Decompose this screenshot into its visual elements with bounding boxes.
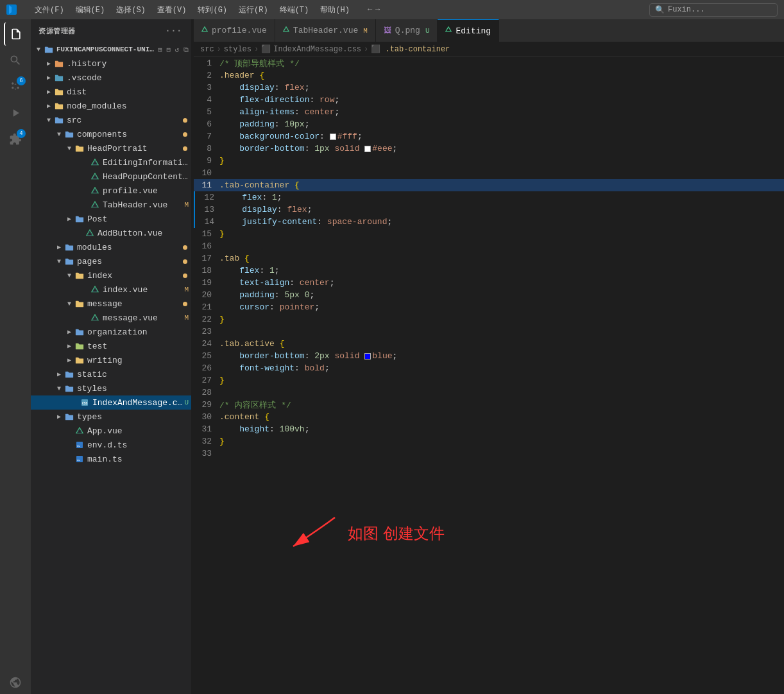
- forward-arrow[interactable]: →: [375, 5, 380, 14]
- tree-item-message-vue[interactable]: ▶ message.vue M: [31, 311, 191, 325]
- tree-item-dist[interactable]: ▶ dist: [31, 85, 191, 99]
- activity-explorer[interactable]: [4, 22, 27, 46]
- tree-item-editinginfo[interactable]: ▶ EditingInformation.vue: [31, 155, 191, 169]
- code-line-13: 13 display: flex;: [194, 204, 784, 216]
- tree-item-addbutton[interactable]: ▶ AddButton.vue: [31, 226, 191, 240]
- menu-edit[interactable]: 编辑(E): [71, 3, 110, 17]
- line-num-30: 30: [194, 412, 219, 422]
- tree-item-organization[interactable]: ▶ organization: [31, 325, 191, 339]
- breadcrumb-selector[interactable]: ⬛ .tab-container: [371, 44, 450, 54]
- tab-tabheader[interactable]: TabHeader.vue M: [275, 19, 376, 42]
- line-content-11: .tab-container {: [219, 180, 771, 190]
- tab-profile[interactable]: profile.vue: [194, 19, 275, 42]
- menu-run[interactable]: 运行(R): [234, 3, 273, 17]
- sidebar-more-actions[interactable]: ···: [164, 24, 183, 37]
- line-num-27: 27: [194, 376, 219, 385]
- tree-item-envd[interactable]: ▶ TS env.d.ts: [31, 438, 191, 452]
- code-line-29: 29 /* 内容区样式 */: [194, 399, 784, 411]
- breadcrumb-styles[interactable]: styles: [224, 45, 251, 54]
- code-line-14: 14 justify-content: space-around;: [194, 216, 784, 228]
- vscode-folder-icon: [54, 73, 64, 83]
- menu-file[interactable]: 文件(F): [30, 3, 69, 17]
- static-folder-icon: [64, 369, 74, 379]
- tree-item-appvue[interactable]: ▶ App.vue: [31, 424, 191, 438]
- tree-arrow-root: ▼: [33, 44, 44, 55]
- appvue-label: App.vue: [87, 426, 191, 436]
- code-line-25: 25 border-bottom: 2px solid blue;: [194, 350, 784, 362]
- test-folder-icon: [74, 341, 85, 351]
- tree-item-indexandmessage-css[interactable]: ▶ CSS IndexAndMessage.css U: [31, 395, 191, 410]
- activity-source-control[interactable]: 6: [4, 75, 27, 98]
- tree-item-static[interactable]: ▶ static: [31, 367, 191, 381]
- tree-item-profile[interactable]: ▶ profile.vue: [31, 184, 191, 198]
- menu-goto[interactable]: 转到(G): [192, 3, 232, 17]
- activity-remote[interactable]: [4, 671, 27, 694]
- back-arrow[interactable]: ←: [368, 5, 372, 14]
- menu-view[interactable]: 查看(V): [152, 3, 192, 17]
- tab-qpng[interactable]: 🖼 Q.png U: [376, 19, 438, 42]
- code-line-22: 22 }: [194, 313, 784, 325]
- tree-item-modules[interactable]: ▶ modules: [31, 240, 191, 254]
- global-search[interactable]: 🔍 Fuxin...: [649, 3, 778, 17]
- tree-item-test[interactable]: ▶ test: [31, 339, 191, 353]
- breadcrumb-file[interactable]: IndexAndMessage.css: [273, 45, 361, 54]
- activity-run[interactable]: [4, 101, 27, 125]
- tree-item-maints[interactable]: ▶ TS main.ts: [31, 452, 191, 466]
- components-label: components: [77, 130, 183, 139]
- code-line-16: 16: [194, 240, 784, 252]
- breadcrumb-src[interactable]: src: [200, 45, 214, 54]
- headpopup-label: HeadPopupContent.vue: [103, 172, 191, 182]
- line-content-26: font-weight: bold;: [219, 363, 771, 373]
- tree-item-headportrait[interactable]: ▼ HeadPortrait: [31, 141, 191, 155]
- tree-item-headpopup[interactable]: ▶ HeadPopupContent.vue: [31, 169, 191, 184]
- tree-item-types[interactable]: ▶ types: [31, 410, 191, 424]
- tree-item-vscode[interactable]: ▶ .vscode: [31, 71, 191, 85]
- tab-qpng-badge: U: [425, 27, 430, 35]
- menu-select[interactable]: 选择(S): [111, 3, 151, 17]
- line-content-6: padding: 10px;: [219, 119, 771, 129]
- tree-item-pages[interactable]: ▼ pages: [31, 254, 191, 268]
- activity-extensions[interactable]: 4: [4, 128, 27, 151]
- tree-item-writing[interactable]: ▶ writing: [31, 353, 191, 367]
- titlebar-menu: 文件(F) 编辑(E) 选择(S) 查看(V) 转到(G) 运行(R) 终端(T…: [30, 3, 355, 17]
- line-num-25: 25: [194, 351, 219, 361]
- menu-help[interactable]: 帮助(H): [315, 3, 355, 17]
- tree-item-components[interactable]: ▼ components: [31, 127, 191, 141]
- svg-marker-16: [76, 428, 83, 433]
- css-file-icon: CSS: [80, 397, 90, 408]
- svg-marker-0: [92, 159, 98, 165]
- tree-item-history[interactable]: ▶ .history: [31, 56, 191, 71]
- source-control-badge: 6: [17, 76, 26, 85]
- index-vue-label: index.vue: [103, 285, 184, 295]
- tree-project-root[interactable]: ▼ FUXINCAMPUSCONNECT-UNI... ⊞ ⊟ ↺ ⧉: [31, 42, 191, 56]
- indexandmessage-label: IndexAndMessage.css: [92, 398, 184, 408]
- writing-label: writing: [87, 356, 191, 365]
- tree-item-index-folder[interactable]: ▼ index: [31, 268, 191, 282]
- sidebar-actions: ···: [164, 24, 183, 37]
- tree-item-tabheader[interactable]: ▶ TabHeader.vue M: [31, 198, 191, 212]
- tree-item-index-vue[interactable]: ▶ index.vue M: [31, 282, 191, 297]
- line-content-29: /* 内容区样式 */: [219, 399, 771, 411]
- tab-editing[interactable]: Editing: [438, 19, 499, 42]
- tree-item-src[interactable]: ▼ src: [31, 113, 191, 127]
- tree-arrow-components: ▼: [54, 129, 64, 139]
- tree-item-styles[interactable]: ▼ styles: [31, 381, 191, 395]
- tree-item-message-folder[interactable]: ▼ message: [31, 297, 191, 311]
- tab-editing-icon: [445, 26, 452, 35]
- line-num-28: 28: [194, 388, 219, 397]
- search-icon: 🔍: [655, 5, 665, 15]
- code-line-31: 31 height: 100vh;: [194, 423, 784, 435]
- menu-terminal[interactable]: 终端(T): [275, 3, 314, 17]
- code-line-10: 10: [194, 167, 784, 179]
- tree-item-node-modules[interactable]: ▶ node_modules: [31, 99, 191, 113]
- sidebar: 资源管理器 ··· ▼ FUXINCAMPUSCONNECT-UNI... ⊞ …: [31, 19, 191, 694]
- svg-text:CSS: CSS: [82, 402, 87, 405]
- code-editor[interactable]: 1 /* 顶部导航样式 */ 2 .header { 3 display: fl…: [194, 57, 784, 694]
- breadcrumb-css-icon: ⬛: [261, 44, 271, 54]
- tree-arrow-message-folder: ▼: [64, 299, 74, 309]
- svg-marker-6: [92, 202, 98, 207]
- tree-item-post[interactable]: ▶ Post: [31, 212, 191, 226]
- code-line-24: 24 .tab.active {: [194, 338, 784, 350]
- line-num-22: 22: [194, 315, 219, 324]
- activity-search[interactable]: [4, 49, 27, 72]
